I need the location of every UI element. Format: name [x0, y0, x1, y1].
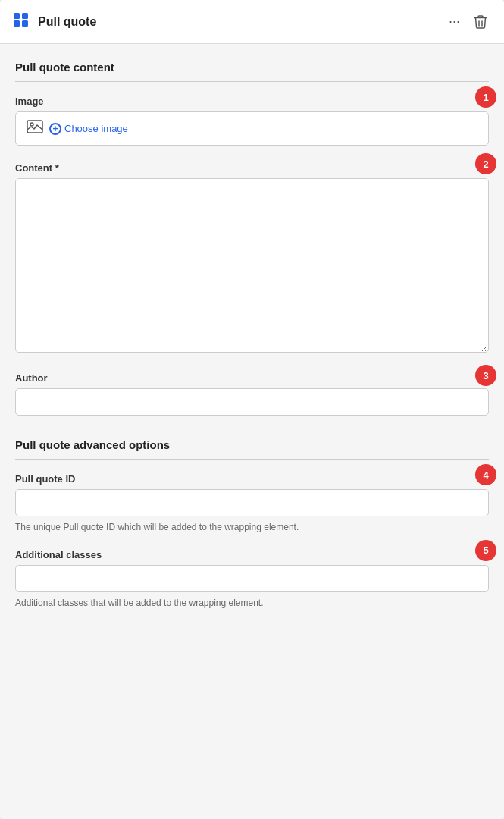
classes-input[interactable] [15, 565, 489, 592]
classes-field-group: 5 Additional classes Additional classes … [15, 549, 489, 610]
choose-image-label: Choose image [64, 123, 128, 134]
panel-body: Pull quote content 1 Image + [0, 44, 504, 642]
panel-header: Pull quote ··· [0, 0, 504, 44]
svg-rect-1 [14, 20, 20, 27]
choose-image-button[interactable]: + Choose image [49, 123, 128, 135]
svg-rect-0 [14, 13, 20, 19]
badge-3: 3 [475, 365, 496, 386]
badge-5: 5 [475, 540, 496, 561]
more-icon: ··· [449, 14, 460, 30]
header-left: Pull quote [14, 13, 96, 30]
svg-rect-4 [27, 121, 42, 133]
image-placeholder-icon [27, 120, 43, 137]
badge-2: 2 [475, 153, 496, 174]
badge-4: 4 [475, 464, 496, 485]
advanced-section-title: Pull quote advanced options [15, 438, 489, 451]
id-label: Pull quote ID [15, 473, 489, 485]
more-button[interactable]: ··· [446, 11, 463, 33]
id-field-group: 4 Pull quote ID The unique Pull quote ID… [15, 473, 489, 534]
content-section-title: Pull quote content [15, 61, 489, 74]
badge-1: 1 [475, 86, 496, 108]
panel-title: Pull quote [38, 15, 96, 29]
delete-button[interactable] [471, 11, 490, 33]
classes-description: Additional classes that will be added to… [15, 597, 489, 610]
header-right: ··· [446, 11, 490, 33]
svg-rect-3 [22, 20, 28, 27]
author-input[interactable] [15, 388, 489, 416]
svg-rect-2 [22, 13, 28, 19]
id-input[interactable] [15, 489, 489, 516]
panel: Pull quote ··· Pull quote content 1 Imag… [0, 0, 504, 819]
image-label: Image [15, 96, 489, 107]
quote-icon [14, 13, 30, 30]
plus-circle-icon: + [49, 123, 61, 135]
content-divider [15, 81, 489, 82]
content-label: Content * [15, 162, 489, 174]
svg-point-5 [30, 123, 33, 126]
image-field-group: 1 Image + Choose image [15, 96, 489, 146]
content-section: Pull quote content 1 Image + [15, 61, 489, 416]
image-picker[interactable]: + Choose image [15, 111, 489, 146]
author-label: Author [15, 372, 489, 384]
content-textarea[interactable] [15, 178, 489, 353]
author-field-group: 3 Author [15, 372, 489, 416]
advanced-divider [15, 459, 489, 460]
id-description: The unique Pull quote ID which will be a… [15, 521, 489, 534]
content-field-group: 2 Content * [15, 162, 489, 356]
classes-label: Additional classes [15, 549, 489, 560]
trash-icon [474, 14, 487, 30]
required-indicator: * [55, 162, 59, 174]
advanced-section: Pull quote advanced options 4 Pull quote… [15, 438, 489, 610]
